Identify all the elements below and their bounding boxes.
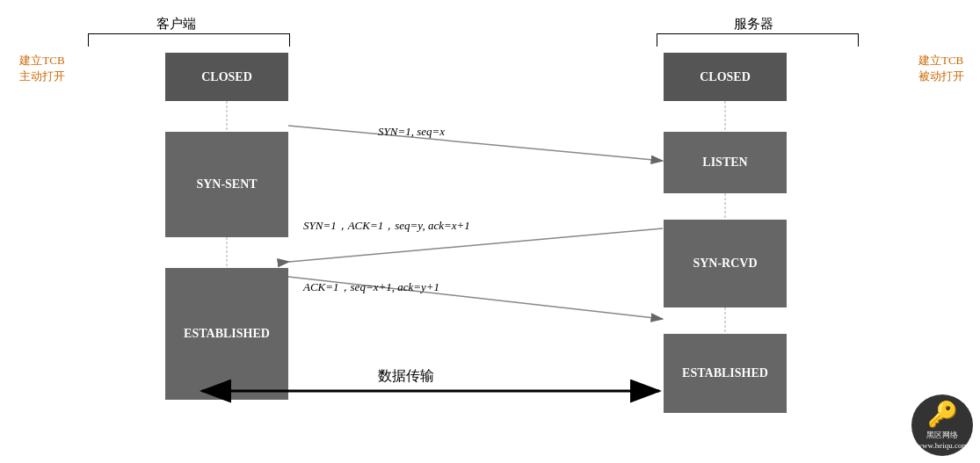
server-listen-box: LISTEN	[664, 132, 787, 193]
client-closed-box: CLOSED	[165, 53, 288, 101]
server-bracket-top	[657, 33, 859, 34]
client-bracket-top	[88, 33, 290, 34]
arrow1-line	[288, 126, 663, 161]
diagram-container: 客户端 服务器 建立TCB 主动打开 建立TCB 被动打开 CLOSED SYN…	[0, 0, 980, 463]
right-note: 建立TCB 被动打开	[918, 53, 964, 84]
watermark: 🔑 黑区网络 www.heiqu.com	[911, 394, 973, 456]
client-bracket-right	[289, 33, 290, 47]
arrows-svg	[0, 0, 980, 463]
client-label: 客户端	[156, 16, 196, 33]
data-transfer-label: 数据传输	[378, 367, 434, 386]
server-bracket-left	[657, 33, 657, 47]
client-established-box: ESTABLISHED	[165, 268, 288, 400]
client-bracket-left	[88, 33, 89, 47]
arrow1-label: SYN=1, seq=x	[378, 125, 445, 139]
client-syn-sent-box: SYN-SENT	[165, 132, 288, 237]
server-established-box: ESTABLISHED	[664, 334, 787, 413]
arrow3-label: ACK=1，seq=x+1, ack=y+1	[303, 279, 439, 295]
server-label: 服务器	[734, 16, 773, 33]
left-note: 建立TCB 主动打开	[19, 53, 65, 84]
server-syn-rcvd-box: SYN-RCVD	[664, 220, 787, 307]
server-closed-box: CLOSED	[664, 53, 787, 101]
arrow2-label: SYN=1，ACK=1，seq=y, ack=x+1	[303, 218, 470, 234]
server-bracket-right	[858, 33, 859, 47]
